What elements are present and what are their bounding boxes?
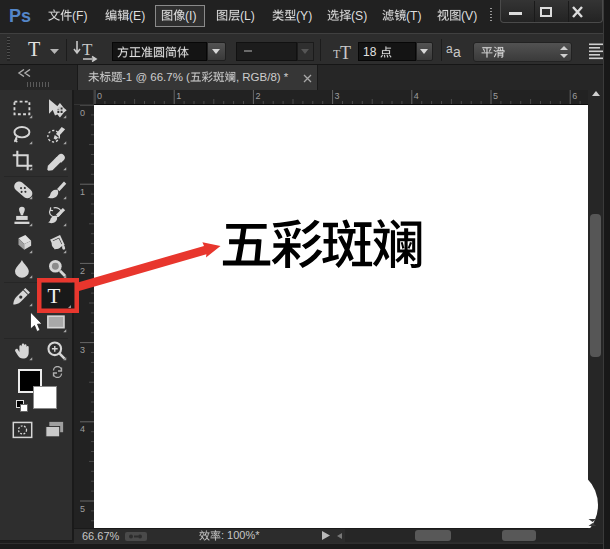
svg-text:T: T: [82, 40, 93, 59]
svg-text:T: T: [340, 43, 351, 62]
